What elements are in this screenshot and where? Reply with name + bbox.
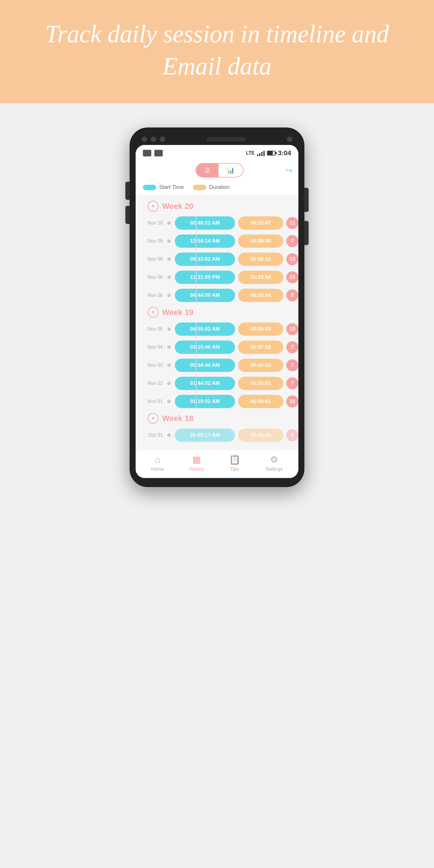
timeline-dot bbox=[167, 293, 171, 297]
lte-label: LTE bbox=[246, 150, 255, 156]
row-pills: 09:00:17 AM 00:45:00 9 bbox=[175, 429, 299, 442]
row-pills: 04:44:09 AM 00:53:54 8 bbox=[175, 289, 299, 302]
start-time-pill: 12:54:14 AM bbox=[175, 235, 235, 248]
date-label: Nov 09 bbox=[138, 239, 166, 244]
banner: Track daily session in timeline andEmail… bbox=[0, 0, 434, 103]
timeline-dot-container bbox=[166, 293, 173, 297]
timeline-dot-container bbox=[166, 345, 173, 349]
table-row: Nov 06 04:44:09 AM 00:53:54 8 bbox=[138, 289, 296, 302]
banner-text: Track daily session in timeline andEmail… bbox=[24, 18, 410, 82]
date-label: Nov 04 bbox=[138, 344, 166, 350]
timeline-dot bbox=[167, 239, 171, 243]
count-badge: 7 bbox=[286, 359, 299, 371]
date-label: Nov 06 bbox=[138, 275, 166, 280]
timeline-dot-container bbox=[166, 276, 173, 279]
count-badge: 9 bbox=[286, 429, 299, 441]
start-time-pill: 05:54:44 AM bbox=[175, 359, 235, 372]
power-button[interactable] bbox=[304, 188, 309, 212]
home-label: Home bbox=[151, 467, 164, 472]
phone-camera bbox=[287, 136, 292, 142]
sim-icon bbox=[143, 150, 151, 156]
history-label: History bbox=[189, 467, 204, 472]
count-badge: 7 bbox=[286, 377, 299, 390]
date-label: Nov 05 bbox=[138, 327, 166, 332]
settings-label: Settings bbox=[266, 467, 283, 472]
date-label: Nov 10 bbox=[138, 220, 166, 226]
start-time-pill: 09:00:17 AM bbox=[175, 429, 235, 442]
row-pills: 05:54:44 AM 00:49:20 7 bbox=[175, 359, 299, 372]
date-label: Nov 03 bbox=[138, 363, 166, 368]
timeline-dot bbox=[167, 400, 171, 403]
start-time-pill: 03:15:46 AM bbox=[175, 341, 235, 354]
timeline-dot bbox=[167, 276, 171, 279]
battery-icon bbox=[267, 151, 276, 156]
nav-home[interactable]: ⌂ Home bbox=[151, 455, 164, 472]
week-19-arrow[interactable]: ▼ bbox=[148, 307, 158, 318]
logout-button[interactable]: ↪ bbox=[285, 165, 292, 176]
legend-duration: Duration bbox=[193, 184, 230, 190]
status-bar: LTE 3:04 bbox=[135, 145, 299, 159]
table-row: Nov 02 01:44:02 AM 00:35:01 7 bbox=[138, 377, 296, 390]
header-tabs: ☰ 📊 bbox=[195, 163, 244, 178]
timeline-dot-container bbox=[166, 257, 173, 261]
week-20-header: ▼ Week 20 bbox=[148, 201, 296, 212]
row-pills: 01:19:02 AM 01:00:01 10 bbox=[175, 395, 299, 408]
vol-up-button[interactable] bbox=[125, 182, 130, 200]
duration-pill: 00:52:47 bbox=[238, 216, 283, 230]
phone-screen: LTE 3:04 bbox=[135, 145, 299, 478]
row-pills: 04:55:02 AM 00:59:03 10 bbox=[175, 322, 299, 336]
count-badge: 13 bbox=[286, 253, 299, 265]
week-18-arrow[interactable]: ▼ bbox=[148, 413, 158, 424]
side-button bbox=[304, 221, 309, 245]
date-label: Nov 02 bbox=[138, 381, 166, 386]
week-19-label: Week 19 bbox=[162, 308, 193, 317]
date-label: Nov 06 bbox=[138, 293, 166, 298]
week-18-header: ▼ Week 18 bbox=[148, 413, 296, 424]
status-left-icons bbox=[143, 150, 163, 156]
history-icon: ▦ bbox=[192, 454, 201, 465]
timeline-content: ▼ Week 20 Nov 10 02:48:21 AM 00:52:47 11 bbox=[135, 195, 299, 450]
week-20-rows: Nov 10 02:48:21 AM 00:52:47 11 Nov 09 bbox=[138, 216, 296, 302]
timeline-dot bbox=[167, 433, 171, 437]
time-display: 3:04 bbox=[278, 149, 291, 157]
duration-pill: 01:00:01 bbox=[238, 395, 283, 408]
count-badge: 10 bbox=[286, 396, 299, 407]
timeline-dot-container bbox=[166, 327, 173, 331]
dot1 bbox=[142, 136, 147, 142]
duration-pill bbox=[193, 185, 206, 190]
table-row: Nov 09 12:54:14 AM 00:38:50 7 bbox=[138, 235, 296, 248]
vol-down-button[interactable] bbox=[125, 206, 130, 224]
timeline-dot bbox=[167, 381, 171, 385]
duration-pill: 00:37:18 bbox=[238, 341, 283, 354]
duration-pill: 00:45:00 bbox=[238, 429, 283, 442]
dot3 bbox=[160, 136, 165, 142]
table-row: Nov 04 03:15:46 AM 00:37:18 7 bbox=[138, 341, 296, 354]
android-icon bbox=[154, 150, 163, 156]
date-label: Nov 08 bbox=[138, 256, 166, 262]
table-row: Nov 06 11:31:09 PM 01:23:54 15 bbox=[138, 271, 296, 284]
nav-history[interactable]: ▦ History bbox=[189, 454, 204, 472]
nav-settings[interactable]: ⚙ Settings bbox=[266, 454, 283, 472]
nav-tips[interactable]: 📋 Tips bbox=[229, 454, 240, 472]
chart-icon: 📊 bbox=[227, 167, 235, 174]
start-time-pill: 11:31:09 PM bbox=[175, 271, 235, 284]
duration-pill: 00:53:54 bbox=[238, 289, 283, 302]
week-18-rows: Oct 31 09:00:17 AM 00:45:00 9 bbox=[138, 429, 296, 442]
timeline-line bbox=[196, 322, 196, 408]
list-tab[interactable]: ☰ bbox=[196, 164, 218, 177]
timeline-dot-container bbox=[166, 239, 173, 243]
week-19-header: ▼ Week 19 bbox=[148, 307, 296, 318]
start-time-pill: 04:55:02 AM bbox=[175, 322, 235, 336]
tips-icon: 📋 bbox=[229, 454, 240, 465]
start-time-pill bbox=[143, 185, 156, 190]
week-20-arrow[interactable]: ▼ bbox=[148, 201, 158, 212]
dot2 bbox=[151, 136, 156, 142]
duration-pill: 00:49:20 bbox=[238, 359, 283, 372]
table-row: Nov 05 04:55:02 AM 00:59:03 10 bbox=[138, 322, 296, 336]
timeline-dot bbox=[167, 364, 171, 367]
logout-icon: ↪ bbox=[285, 166, 292, 175]
bottom-nav: ⌂ Home ▦ History 📋 Tips ⚙ Settings bbox=[135, 450, 299, 478]
list-icon: ☰ bbox=[205, 167, 210, 174]
chart-tab[interactable]: 📊 bbox=[218, 164, 243, 177]
row-pills: 12:54:14 AM 00:38:50 7 bbox=[175, 235, 299, 248]
